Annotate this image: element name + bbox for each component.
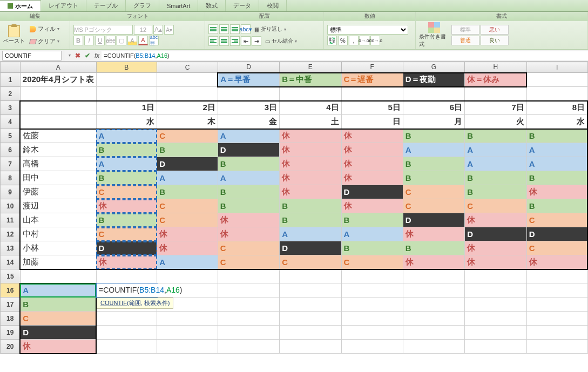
cell[interactable] [526,269,587,283]
date-cell[interactable]: 6日 [403,101,464,115]
shift-cell[interactable]: C [96,185,157,199]
shift-cell[interactable]: A [465,143,527,157]
cell[interactable] [20,115,96,129]
cell[interactable] [341,297,403,312]
row-header[interactable]: 11 [1,213,21,227]
cell[interactable] [465,87,527,101]
cell[interactable] [96,326,157,340]
cell[interactable] [280,87,341,101]
cell[interactable] [157,283,218,297]
cell[interactable] [526,73,587,87]
indent-inc-button[interactable]: ⇥ [252,36,261,46]
shift-cell[interactable]: A [341,227,403,241]
cell-styles-gallery[interactable]: 標準 悪い 普通 良い [451,25,509,45]
namebox-dropdown[interactable]: ▾ [66,53,73,58]
fill-color-button[interactable]: A [127,36,137,45]
shift-cell[interactable]: D [526,227,587,241]
day-cell[interactable]: 土 [280,115,341,129]
style-normal[interactable]: 標準 [451,25,479,35]
row-header[interactable]: 13 [1,241,21,255]
shift-cell[interactable]: 休 [157,241,218,255]
cell[interactable] [20,87,96,101]
day-cell[interactable]: 火 [465,115,527,129]
legend-H[interactable]: 休＝休み [465,73,527,87]
shift-cell[interactable]: 休 [96,255,157,269]
align-center-button[interactable] [219,36,229,46]
ribbon-tab-0[interactable]: ホーム [0,0,41,11]
row-header[interactable]: 9 [1,185,21,199]
cell[interactable] [218,326,279,340]
employee-name[interactable]: 佐藤 [20,129,96,143]
shift-cell[interactable]: C [96,227,157,241]
shift-cell[interactable]: 休 [403,255,464,269]
cell[interactable] [403,340,464,354]
shift-cell[interactable]: B [157,143,218,157]
cell[interactable] [526,283,587,297]
align-mid-button[interactable] [219,24,229,34]
align-top-button[interactable] [208,24,218,34]
day-cell[interactable]: 水 [526,115,587,129]
shift-cell[interactable]: 休 [280,185,341,199]
row-header[interactable]: 2 [1,87,21,101]
row-header[interactable]: 1 [1,73,21,87]
date-cell[interactable]: 7日 [465,101,527,115]
day-cell[interactable]: 木 [157,115,218,129]
cell[interactable] [403,283,464,297]
date-cell[interactable]: 3日 [218,101,279,115]
cell[interactable] [157,340,218,354]
col-header[interactable]: C [157,62,218,73]
shift-cell[interactable]: 休 [280,171,341,185]
shift-cell[interactable]: B [403,241,464,255]
cell[interactable] [280,269,341,283]
shift-cell[interactable]: B [341,241,403,255]
cell[interactable] [465,326,527,340]
shift-cell[interactable]: B [341,213,403,227]
orientation-button[interactable]: abc▾ [241,24,251,34]
shift-cell[interactable]: 休 [465,213,527,227]
ribbon-tab-6[interactable]: データ [226,0,259,11]
employee-name[interactable]: 渡辺 [20,199,96,213]
title-cell[interactable]: 2020年4月シフト表 [20,73,96,87]
col-header[interactable]: A [20,62,96,73]
shift-cell[interactable]: A [526,143,587,157]
cell[interactable] [341,283,403,297]
font-color-button[interactable]: A [138,36,148,45]
row-header[interactable]: 10 [1,199,21,213]
shift-cell[interactable]: C [280,255,341,269]
bold-button[interactable]: B [73,36,83,45]
shift-cell[interactable]: B [465,185,527,199]
row-header[interactable]: 8 [1,171,21,185]
clear-button[interactable]: クリア▾ [27,36,62,47]
ribbon-tab-7[interactable]: 校閲 [259,0,287,11]
shift-cell[interactable]: B [280,199,341,213]
cell[interactable] [341,326,403,340]
shift-cell[interactable]: A [218,171,279,185]
day-cell[interactable]: 月 [403,115,464,129]
shrink-font-button[interactable]: A▾ [164,25,174,35]
shift-cell[interactable]: A [465,157,527,171]
row-header[interactable]: 6 [1,143,21,157]
col-header[interactable]: E [280,62,341,73]
cell[interactable] [403,297,464,312]
shift-cell[interactable]: B [465,171,527,185]
shift-cell[interactable]: 休 [280,143,341,157]
paste-button[interactable]: ペースト [3,22,25,48]
day-cell[interactable]: 日 [341,115,403,129]
style-good[interactable]: 良い [481,36,509,45]
legend-E[interactable]: B＝中番 [280,73,341,87]
cell[interactable] [280,283,341,297]
cell[interactable] [280,297,341,312]
shift-cell[interactable]: B [218,185,279,199]
row-header[interactable]: 7 [1,157,21,171]
shift-cell[interactable]: D [280,241,341,255]
cancel-icon[interactable]: ✖ [73,52,83,59]
align-bot-button[interactable] [230,24,240,34]
cell[interactable] [157,269,218,283]
sheet-area[interactable]: ABCDEFGHI12020年4月シフト表A＝早番B＝中番C＝遅番D＝夜勤休＝休… [0,62,588,372]
row-header[interactable]: 14 [1,255,21,269]
align-left-button[interactable] [208,36,218,46]
row-header[interactable]: 3 [1,101,21,115]
shift-cell[interactable]: B [526,199,587,213]
date-cell[interactable]: 1日 [96,101,157,115]
shift-cell[interactable]: A [526,157,587,171]
